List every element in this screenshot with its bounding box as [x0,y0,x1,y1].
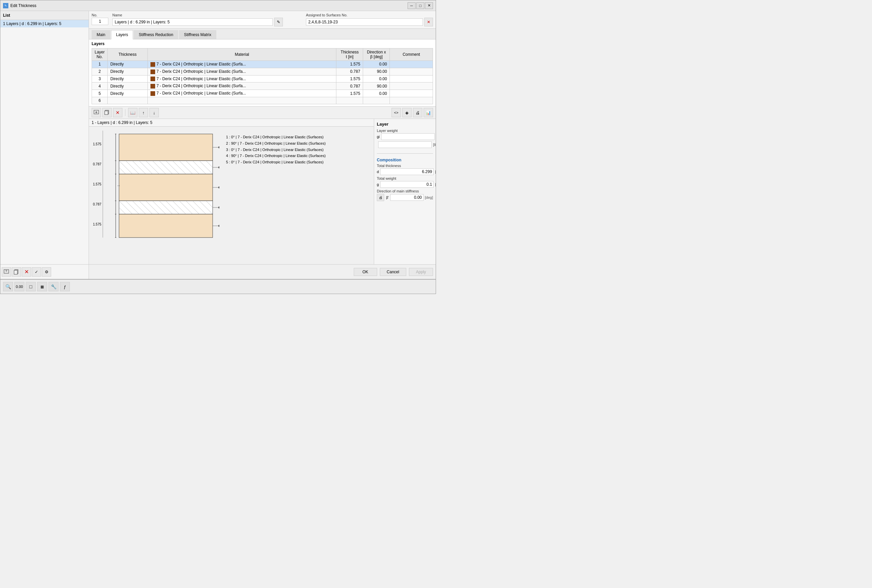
tab-stiffness-reduction[interactable]: Stiffness Reduction [134,30,178,39]
cell-thickness: Directly [108,82,148,90]
print-small-button[interactable]: 🖨 [377,194,384,201]
gi-input-1[interactable] [381,133,434,140]
legend-area: 1 : 0° | 7 - Derix C24 | Orthotropic | L… [226,134,326,242]
cell-thickness: Directly [108,75,148,82]
diagram-wrapper: 1.575 0.787 1.575 0.787 [106,130,220,242]
name-input[interactable] [112,18,273,26]
table-row[interactable]: 3 Directly 7 - Derix C24 | Orthotropic |… [92,75,433,82]
sidebar-copy-button[interactable] [12,267,21,277]
g-label: g [377,182,379,186]
gi-unit2: [lbf/in²] [433,142,436,147]
layers-section: Layers LayerNo. Thickness Material Thick… [89,39,436,106]
dim-label-2: 0.787 [93,162,101,166]
g-row: g [lbf/in²] [377,181,433,188]
export-button[interactable]: 📊 [424,108,433,117]
svg-rect-16 [119,134,213,161]
beta-unit: [deg] [425,195,433,200]
gi-input-2[interactable] [378,141,431,148]
sidebar-spacer [0,27,89,264]
move-up-button[interactable]: ↑ [139,108,148,117]
cell-thickness [108,97,148,104]
tab-stiffness-matrix[interactable]: Stiffness Matrix [179,30,216,39]
title-bar-controls: ─ □ ✕ [407,2,433,9]
table-row[interactable]: 1 Directly 7 - Derix C24 | Orthotropic |… [92,61,433,68]
beta-input[interactable] [390,194,424,201]
print-button[interactable]: 🖨 [413,108,422,117]
cell-beta [363,97,390,104]
global-filter-button[interactable]: 🔧 [48,282,59,291]
g-unit: [lbf/in²] [435,182,436,186]
window-title: Edit Thickness [11,3,36,8]
cell-beta: 90.00 [363,82,390,90]
layers-table: LayerNo. Thickness Material Thicknesst [… [92,48,433,104]
total-thickness-label: Total thickness [377,164,433,168]
global-search-button[interactable]: 🔍 [3,282,13,291]
global-select-button[interactable]: □ [26,282,36,291]
assigned-delete-button[interactable]: ✕ [424,18,433,26]
direction-label: Direction of main stiffness [377,189,433,193]
delete-row-button[interactable]: ✕ [113,108,122,117]
svg-text:+: + [5,269,8,273]
header-row: No. Name ✎ Assigned to Surfaces No. ✕ [89,11,436,29]
global-view-button[interactable]: 0.00 [14,282,24,291]
table-row[interactable]: 5 Directly 7 - Derix C24 | Orthotropic |… [92,90,433,97]
sidebar-check-button[interactable]: ✓ [32,267,41,277]
g-input[interactable] [380,181,434,188]
name-edit-button[interactable]: ✎ [274,18,283,26]
close-button[interactable]: ✕ [425,2,433,9]
tab-content: Layers LayerNo. Thickness Material Thick… [89,39,436,264]
cell-material: 7 - Derix C24 | Orthotropic | Linear Ela… [148,82,336,90]
table-row[interactable]: 6 [92,97,433,104]
no-input[interactable] [92,18,108,25]
preview-section: 1 - Layers | d : 6.299 in | Layers: 5 1.… [89,119,436,264]
layer-panel-header: Layer Layer weight gi [lbf/in³] [lbf/in²… [377,122,433,149]
maximize-button[interactable]: □ [416,2,424,9]
name-field: Name ✎ [112,13,302,26]
view-button-1[interactable]: <> [391,108,401,117]
cell-comment [390,82,433,90]
view-button-2[interactable]: ◈ [402,108,412,117]
sidebar-toolbar: + ✕ ✓ ⚙ [0,264,89,279]
add-row-button[interactable] [92,108,101,117]
cancel-button[interactable]: Cancel [380,268,406,276]
copy-row-button[interactable] [102,108,112,117]
tab-main[interactable]: Main [92,30,110,39]
tab-layers[interactable]: Layers [111,30,133,39]
beta-row: 🖨 β' [deg] [377,194,433,201]
legend-2: 2 : 90° | 7 - Derix C24 | Orthotropic | … [226,140,326,147]
dim-label-1: 1.575 [93,142,101,146]
cell-no: 1 [92,61,108,68]
svg-point-61 [218,207,220,208]
dim-label-3: 1.575 [93,182,101,186]
d-row: d [in] [377,168,433,175]
dim-3: 1.575 [93,171,103,198]
sidebar-add-button[interactable]: + [2,267,11,277]
apply-button[interactable]: Apply [409,268,433,276]
cell-material: 7 - Derix C24 | Orthotropic | Linear Ela… [148,75,336,82]
sidebar-delete-button[interactable]: ✕ [22,267,31,277]
assigned-input[interactable] [306,18,423,26]
table-row[interactable]: 2 Directly 7 - Derix C24 | Orthotropic |… [92,68,433,75]
legend-5: 5 : 0° | 7 - Derix C24 | Orthotropic | L… [226,159,326,165]
global-function-button[interactable]: ƒ [60,282,70,291]
layers-title: Layers [92,41,433,46]
preview-left: 1 - Layers | d : 6.299 in | Layers: 5 1.… [89,119,374,264]
global-table-button[interactable]: ▦ [37,282,47,291]
sidebar-item-1[interactable]: 1 Layers | d : 6.299 in | Layers: 5 [0,20,89,27]
cell-comment [390,97,433,104]
ok-button[interactable]: OK [354,268,377,276]
tab-bar: Main Layers Stiffness Reduction Stiffnes… [89,29,436,39]
info-button[interactable]: 📖 [128,108,137,117]
move-down-button[interactable]: ↓ [149,108,159,117]
cell-thickness: Directly [108,68,148,75]
right-panel: No. Name ✎ Assigned to Surfaces No. ✕ [89,11,436,279]
sidebar-settings-button[interactable]: ⚙ [42,267,51,277]
table-row[interactable]: 4 Directly 7 - Derix C24 | Orthotropic |… [92,82,433,90]
cell-no: 5 [92,90,108,97]
cell-no: 3 [92,75,108,82]
minimize-button[interactable]: ─ [407,2,416,9]
name-label: Name [112,13,302,17]
preview-diagram-area: 1.575 0.787 1.575 0.787 [89,127,374,244]
d-input[interactable] [380,168,434,175]
col-t: Thicknesst [in] [336,48,363,61]
